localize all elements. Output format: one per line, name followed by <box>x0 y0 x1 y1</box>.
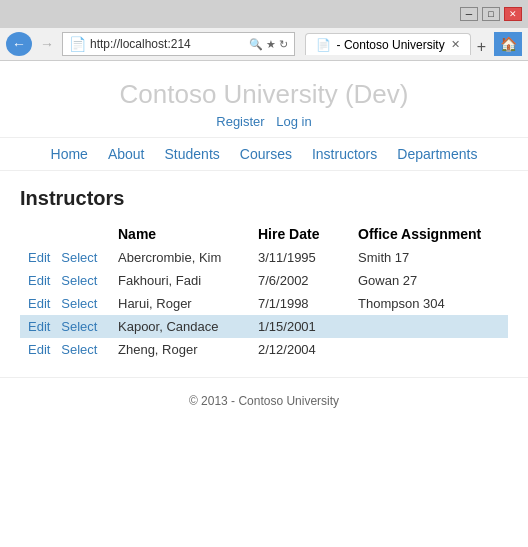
nav-students[interactable]: Students <box>165 146 220 162</box>
instructor-name: Harui, Roger <box>110 292 250 315</box>
edit-link[interactable]: Edit <box>28 319 50 334</box>
table-header-row: Name Hire Date Office Assignment <box>20 222 508 246</box>
select-link[interactable]: Select <box>61 342 97 357</box>
title-bar: ─ □ ✕ <box>0 0 528 28</box>
col-header-actions <box>20 222 110 246</box>
instructor-hire-date: 1/15/2001 <box>250 315 350 338</box>
select-link[interactable]: Select <box>61 319 97 334</box>
browser-chrome: ─ □ ✕ ← → 📄 http://localhost:214 🔍 ★ ↻ 📄… <box>0 0 528 61</box>
table-row: Edit Select Kapoor, Candace 1/15/2001 <box>20 315 508 338</box>
content-area: Instructors Name Hire Date Office Assign… <box>0 187 528 361</box>
auth-links: Register Log in <box>0 114 528 129</box>
row-actions: Edit Select <box>20 269 110 292</box>
address-icons: 🔍 ★ ↻ <box>249 38 288 51</box>
row-actions: Edit Select <box>20 315 110 338</box>
instructor-office <box>350 338 508 361</box>
address-bar[interactable]: 📄 http://localhost:214 🔍 ★ ↻ <box>62 32 295 56</box>
table-row: Edit Select Harui, Roger 7/1/1998 Thomps… <box>20 292 508 315</box>
address-text: http://localhost:214 <box>90 37 245 51</box>
instructor-office: Gowan 27 <box>350 269 508 292</box>
search-icon[interactable]: 🔍 <box>249 38 263 51</box>
instructor-office: Smith 17 <box>350 246 508 269</box>
instructor-name: Zheng, Roger <box>110 338 250 361</box>
edit-link[interactable]: Edit <box>28 250 50 265</box>
edit-link[interactable]: Edit <box>28 296 50 311</box>
back-button[interactable]: ← <box>6 32 32 56</box>
login-link[interactable]: Log in <box>276 114 311 129</box>
col-header-name: Name <box>110 222 250 246</box>
select-link[interactable]: Select <box>61 250 97 265</box>
col-header-office: Office Assignment <box>350 222 508 246</box>
instructor-name: Abercrombie, Kim <box>110 246 250 269</box>
instructor-hire-date: 3/11/1995 <box>250 246 350 269</box>
footer-text: © 2013 - Contoso University <box>189 394 339 408</box>
close-button[interactable]: ✕ <box>504 7 522 21</box>
instructor-office: Thompson 304 <box>350 292 508 315</box>
instructor-office <box>350 315 508 338</box>
nav-instructors[interactable]: Instructors <box>312 146 377 162</box>
page-header: Contoso University (Dev) Register Log in <box>0 61 528 137</box>
tab-close-button[interactable]: ✕ <box>451 38 460 51</box>
title-bar-buttons: ─ □ ✕ <box>460 7 522 21</box>
active-tab[interactable]: 📄 - Contoso University ✕ <box>305 33 471 55</box>
instructor-hire-date: 2/12/2004 <box>250 338 350 361</box>
edit-link[interactable]: Edit <box>28 273 50 288</box>
instructor-name: Fakhouri, Fadi <box>110 269 250 292</box>
select-link[interactable]: Select <box>61 273 97 288</box>
forward-button[interactable]: → <box>36 33 58 55</box>
table-row: Edit Select Zheng, Roger 2/12/2004 <box>20 338 508 361</box>
row-actions: Edit Select <box>20 292 110 315</box>
col-header-hire-date: Hire Date <box>250 222 350 246</box>
section-title: Instructors <box>20 187 508 210</box>
nav-bar: ← → 📄 http://localhost:214 🔍 ★ ↻ 📄 - Con… <box>0 28 528 60</box>
minimize-button[interactable]: ─ <box>460 7 478 21</box>
page-content: Contoso University (Dev) Register Log in… <box>0 61 528 522</box>
nav-courses[interactable]: Courses <box>240 146 292 162</box>
row-actions: Edit Select <box>20 338 110 361</box>
table-row: Edit Select Fakhouri, Fadi 7/6/2002 Gowa… <box>20 269 508 292</box>
select-link[interactable]: Select <box>61 296 97 311</box>
nav-home[interactable]: Home <box>51 146 88 162</box>
instructor-name: Kapoor, Candace <box>110 315 250 338</box>
nav-menu: Home About Students Courses Instructors … <box>0 137 528 171</box>
table-row: Edit Select Abercrombie, Kim 3/11/1995 S… <box>20 246 508 269</box>
tab-label: - Contoso University <box>337 38 445 52</box>
row-actions: Edit Select <box>20 246 110 269</box>
site-title: Contoso University (Dev) <box>0 79 528 110</box>
page-icon: 📄 <box>69 36 86 52</box>
tab-icon: 📄 <box>316 38 331 52</box>
instructor-hire-date: 7/6/2002 <box>250 269 350 292</box>
register-link[interactable]: Register <box>216 114 264 129</box>
star-icon[interactable]: ★ <box>266 38 276 51</box>
nav-about[interactable]: About <box>108 146 145 162</box>
maximize-button[interactable]: □ <box>482 7 500 21</box>
page-footer: © 2013 - Contoso University <box>0 377 528 424</box>
home-button[interactable]: 🏠 <box>494 32 522 56</box>
edit-link[interactable]: Edit <box>28 342 50 357</box>
instructor-hire-date: 7/1/1998 <box>250 292 350 315</box>
refresh-icon[interactable]: ↻ <box>279 38 288 51</box>
instructors-table: Name Hire Date Office Assignment Edit Se… <box>20 222 508 361</box>
new-tab-button[interactable]: + <box>477 39 486 55</box>
nav-departments[interactable]: Departments <box>397 146 477 162</box>
